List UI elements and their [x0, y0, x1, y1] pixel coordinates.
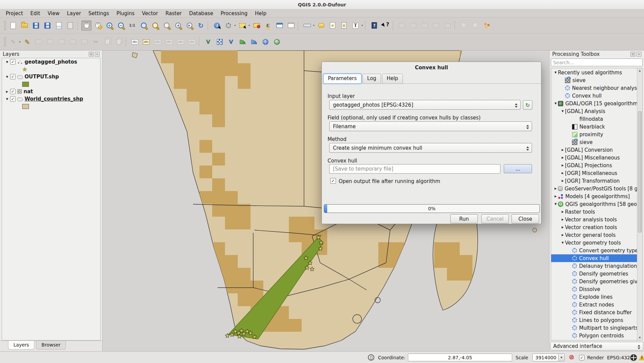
tree-expander-icon[interactable]: ▶	[553, 187, 558, 190]
layer-name[interactable]: OUTPUT.shp	[25, 74, 59, 80]
toolbox-item-delaunay-triangulation[interactable]: Delaunay triangulation	[551, 262, 637, 270]
toolbox-item-models-4-geoalgorithms[interactable]: ▶Models [4 geoalgorithms]	[551, 192, 637, 200]
layer-visibility-checkbox[interactable]: ✓	[10, 96, 15, 102]
toolbox-item-vector-creation-tools[interactable]: ▶Vector creation tools	[551, 223, 637, 231]
map-refresh-icon[interactable]: ↻	[196, 21, 206, 31]
tree-expander-icon[interactable]: ▶	[560, 226, 565, 229]
menu-edit[interactable]: Edit	[27, 10, 44, 17]
toolbox-item-vector-geometry-tools[interactable]: ▼Vector geometry tools	[551, 239, 637, 247]
densify-tool-icon[interactable]: V	[226, 37, 236, 47]
stop-rendering-icon[interactable]: ✎⊘	[569, 354, 577, 362]
tab-help[interactable]: Help	[382, 74, 403, 84]
float-panel-icon[interactable]: ⊡	[89, 52, 93, 57]
tree-expander-icon[interactable]: ▶	[560, 210, 565, 213]
label-pin-icon[interactable]	[397, 21, 407, 31]
cancel-button[interactable]: Cancel	[481, 214, 509, 223]
tab-parameters[interactable]: Parameters	[323, 74, 362, 84]
tab-browser[interactable]: Browser	[36, 341, 66, 350]
toolbox-item-gdal-miscellaneous[interactable]: ▶[GDAL] Miscellaneous	[551, 154, 637, 161]
paste-features-icon[interactable]	[114, 37, 124, 47]
simplify-tool-icon[interactable]: V	[203, 37, 213, 47]
menu-help[interactable]: Help	[251, 10, 270, 17]
layer-row-OUTPUT.shp[interactable]: ▼✓OUTPUT.shp	[2, 73, 100, 80]
toolbox-item-nearblack[interactable]: Nearblack	[551, 123, 637, 131]
raster-tool-icon[interactable]	[215, 37, 225, 47]
layer-visibility-checkbox[interactable]: ✓	[10, 89, 15, 94]
open-attribute-table-icon[interactable]	[274, 21, 285, 31]
tree-expander-icon[interactable]: ▼	[553, 102, 558, 105]
toolbox-item-recently-used-algorithms[interactable]: ▼Recently used algorithms	[551, 69, 637, 76]
layer-row-geotagged_photos[interactable]: ▼✓geotagged_photos	[2, 58, 100, 66]
layer-visibility-checkbox[interactable]: ✓	[10, 59, 15, 65]
toolbox-item-ogr-miscellaneous[interactable]: ▶[OGR] Miscellaneous	[551, 169, 637, 177]
grass-region-icon[interactable]	[470, 21, 480, 31]
zoom-to-selection-icon[interactable]	[161, 21, 172, 31]
layer-expander-icon[interactable]: ▶	[5, 90, 9, 93]
pan-to-selection-icon[interactable]	[93, 21, 103, 31]
method-select[interactable]: Create single minimum convex hull	[329, 143, 532, 153]
text-annotation-icon[interactable]: T	[350, 21, 361, 31]
move-feature-icon[interactable]	[56, 37, 67, 47]
grass-tools-icon[interactable]	[459, 21, 469, 31]
label-show-hide-icon[interactable]	[408, 21, 418, 31]
measure-line-icon[interactable]	[302, 21, 312, 31]
toolbox-item-sieve[interactable]: sieve	[551, 76, 637, 84]
copy-features-icon[interactable]	[102, 37, 112, 47]
layer-expander-icon[interactable]: ▼	[5, 75, 9, 78]
toolbox-item-qgis-geoalgorithms-58-geoalg[interactable]: ▼QGIS geoalgorithms [58 geoalg...	[551, 200, 637, 208]
toolbox-item-fixed-distance-buffer[interactable]: Fixed distance buffer	[551, 308, 637, 316]
show-bookmarks-icon[interactable]: ★	[339, 21, 349, 31]
layer-expander-icon[interactable]: ▼	[5, 98, 9, 101]
menu-processing[interactable]: Processing	[217, 10, 251, 17]
label-tool-4-icon[interactable]: abc	[187, 37, 197, 47]
tree-expander-icon[interactable]: ▶	[560, 172, 565, 175]
messages-warning-icon[interactable]: !	[638, 354, 644, 361]
toolbox-scrollbar[interactable]: ▲ ▼	[637, 68, 642, 340]
select-features-icon[interactable]	[237, 21, 248, 31]
globe-plugin-icon[interactable]	[260, 37, 270, 47]
iterate-layer-button[interactable]: ↻	[523, 100, 532, 110]
delete-selected-icon[interactable]	[79, 37, 89, 47]
toolbox-item-raster-tools[interactable]: ▶Raster tools	[551, 208, 637, 216]
save-project-icon[interactable]	[31, 21, 41, 31]
help-contents-icon[interactable]: ?	[369, 21, 379, 31]
field-select[interactable]: Filename	[329, 121, 532, 131]
toolbox-item-nearest-neighbour-analysis[interactable]: Nearest neighbour analysis	[551, 84, 637, 92]
terrain-tool-icon[interactable]	[249, 37, 259, 47]
toolbox-item-ogr-transformation[interactable]: ▶[OGR] Transformation	[551, 177, 637, 185]
zoom-in-icon[interactable]: +	[104, 21, 114, 31]
interface-mode-select[interactable]: Advanced interface	[550, 342, 643, 351]
tree-expander-icon[interactable]: ▶	[560, 233, 565, 237]
toggle-editing-icon[interactable]: ✎	[22, 37, 32, 47]
menu-view[interactable]: View	[44, 10, 63, 17]
toolbox-item-lines-to-polygons[interactable]: Lines to polygons	[551, 316, 637, 324]
new-bookmark-icon[interactable]: ★	[328, 21, 338, 31]
open-output-checkbox[interactable]: ✓	[330, 178, 336, 184]
tree-expander-icon[interactable]: ▼	[553, 203, 558, 206]
deselect-features-icon[interactable]	[252, 21, 262, 31]
new-project-icon[interactable]	[8, 21, 18, 31]
toolbox-item-convex-hull[interactable]: Convex hull	[551, 254, 637, 262]
contour-tool-icon[interactable]	[237, 37, 248, 47]
input-layer-select[interactable]: geotagged_photos [EPSG:4326]	[329, 100, 521, 110]
toolbox-item-densify-geometries-given[interactable]: Densify geometries given ...	[551, 278, 637, 285]
toolbar-grip[interactable]	[4, 21, 6, 30]
label-tool-3-icon[interactable]: abc	[176, 37, 186, 47]
tree-expander-icon[interactable]: ▶	[560, 179, 565, 182]
text-annotation-dropdown-icon[interactable]: ▾	[361, 24, 364, 27]
scrollbar-thumb[interactable]	[638, 111, 642, 232]
close-button[interactable]: Close	[512, 214, 539, 223]
toolbox-item-fillnodata[interactable]: fillnodata	[551, 115, 637, 123]
toolbox-item-gdal-projections[interactable]: ▶[GDAL] Projections	[551, 161, 637, 169]
layer-name[interactable]: geotagged_photos	[25, 59, 77, 65]
tree-expander-icon[interactable]: ▶	[553, 195, 558, 198]
add-feature-icon[interactable]	[45, 37, 55, 47]
tree-expander-icon[interactable]: ▶	[560, 164, 565, 167]
current-edits-dropdown-icon[interactable]: ▾	[18, 40, 22, 43]
label-options-icon[interactable]: abc	[141, 37, 151, 47]
label-tool-1-icon[interactable]: abc	[153, 37, 163, 47]
run-button[interactable]: Run	[450, 214, 478, 223]
cut-features-icon[interactable]: ✂	[91, 37, 101, 47]
extent-toggle-icon[interactable]	[368, 354, 374, 361]
menu-settings[interactable]: Settings	[85, 10, 113, 17]
